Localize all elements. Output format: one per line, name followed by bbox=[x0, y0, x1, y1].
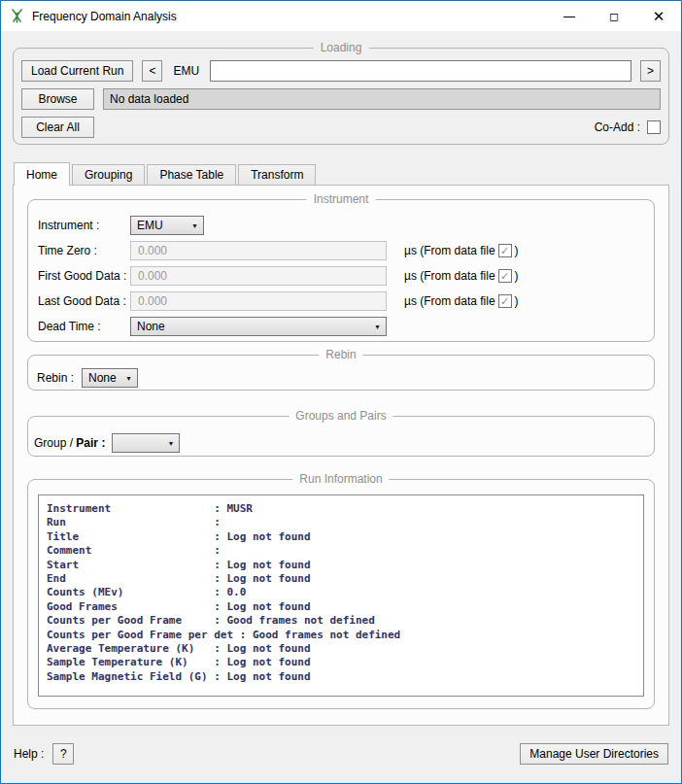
tab-transform[interactable]: Transform bbox=[238, 164, 316, 185]
run-information-groupbox: Run Information Instrument : MUSR Run : … bbox=[27, 479, 655, 709]
footer: Help : ? Manage User Directories bbox=[14, 743, 668, 765]
run-information-text: Instrument : MUSR Run : Title : Log not … bbox=[39, 495, 643, 684]
tab-bar: Home Grouping Phase Table Transform bbox=[14, 162, 681, 185]
rebin-select[interactable]: None ▼ bbox=[82, 368, 138, 388]
run-information-panel: Instrument : MUSR Run : Title : Log not … bbox=[38, 494, 644, 697]
unit-label: µs (From data file bbox=[404, 269, 495, 283]
last-good-data-row: Last Good Data : 0.000 µs (From data fil… bbox=[38, 291, 644, 311]
minimize-button[interactable]: — bbox=[547, 1, 592, 31]
browse-row: Browse No data loaded bbox=[21, 88, 661, 110]
load-status-field: No data loaded bbox=[103, 88, 661, 110]
rebin-label: Rebin : bbox=[37, 371, 74, 385]
dead-time-select-value: None bbox=[137, 320, 165, 333]
instrument-groupbox: Instrument Instrument : EMU ▼ Time Zero … bbox=[27, 199, 655, 342]
last-good-from-file-checkbox[interactable]: ✓ bbox=[498, 294, 512, 308]
time-zero-row: Time Zero : 0.000 µs (From data file ✓ ) bbox=[38, 241, 644, 260]
last-good-data-label: Last Good Data : bbox=[38, 294, 130, 308]
instrument-prefix-label: EMU bbox=[173, 64, 199, 78]
manage-user-directories-button[interactable]: Manage User Directories bbox=[520, 743, 668, 765]
group-pair-select[interactable]: ▼ bbox=[112, 433, 180, 453]
last-good-data-unit: µs (From data file ✓ ) bbox=[404, 294, 519, 308]
rebin-select-value: None bbox=[88, 371, 117, 385]
browse-button[interactable]: Browse bbox=[21, 88, 94, 110]
dead-time-select[interactable]: None ▼ bbox=[130, 317, 387, 336]
instrument-row: Instrument : EMU ▼ bbox=[38, 216, 644, 235]
instrument-select-value: EMU bbox=[137, 219, 163, 232]
group-pair-label: Group / Pair : bbox=[34, 436, 105, 450]
dropdown-arrow-icon: ▼ bbox=[374, 324, 381, 330]
groups-pairs-groupbox: Groups and Pairs Group / Pair : ▼ bbox=[27, 416, 655, 457]
home-tab-pane: Instrument Instrument : EMU ▼ Time Zero … bbox=[13, 185, 669, 726]
clear-all-button[interactable]: Clear All bbox=[21, 117, 94, 138]
unit-close: ) bbox=[515, 269, 519, 283]
mantid-logo-icon bbox=[9, 8, 25, 24]
window-title: Frequency Domain Analysis bbox=[32, 10, 177, 23]
first-good-data-label: First Good Data : bbox=[38, 269, 130, 283]
time-zero-from-file-checkbox[interactable]: ✓ bbox=[498, 244, 512, 257]
tab-phase-table[interactable]: Phase Table bbox=[147, 164, 236, 185]
loading-legend: Loading bbox=[314, 41, 369, 54]
unit-label: µs (From data file bbox=[404, 294, 495, 308]
unit-close: ) bbox=[515, 294, 519, 308]
caption-buttons: — ◻ ✕ bbox=[547, 1, 681, 31]
first-good-data-input: 0.000 bbox=[130, 266, 387, 286]
first-good-data-unit: µs (From data file ✓ ) bbox=[404, 269, 519, 283]
last-good-data-input: 0.000 bbox=[130, 291, 387, 311]
groups-pairs-legend: Groups and Pairs bbox=[289, 409, 392, 423]
coadd-checkbox[interactable] bbox=[647, 120, 661, 134]
dead-time-label: Dead Time : bbox=[38, 320, 130, 333]
title-bar: Frequency Domain Analysis — ◻ ✕ bbox=[1, 1, 681, 31]
next-run-button[interactable]: > bbox=[640, 60, 661, 82]
help-label: Help : bbox=[14, 747, 44, 761]
dead-time-row: Dead Time : None ▼ bbox=[38, 317, 644, 336]
loading-groupbox: Loading Load Current Run < EMU > Browse … bbox=[13, 48, 669, 145]
coadd-label: Co-Add : bbox=[595, 120, 640, 134]
dropdown-arrow-icon: ▼ bbox=[191, 222, 198, 229]
time-zero-label: Time Zero : bbox=[38, 244, 130, 257]
frequency-domain-analysis-window: Frequency Domain Analysis — ◻ ✕ Loading … bbox=[0, 0, 682, 784]
tab-grouping[interactable]: Grouping bbox=[72, 164, 145, 185]
load-current-run-button[interactable]: Load Current Run bbox=[21, 60, 133, 82]
time-zero-unit: µs (From data file ✓ ) bbox=[404, 244, 519, 257]
unit-close: ) bbox=[515, 244, 519, 257]
pair-label-bold: Pair : bbox=[76, 436, 105, 450]
load-run-row: Load Current Run < EMU > bbox=[21, 60, 661, 82]
instrument-label: Instrument : bbox=[38, 219, 130, 232]
unit-label: µs (From data file bbox=[404, 244, 495, 257]
previous-run-button[interactable]: < bbox=[142, 60, 162, 82]
clear-row: Clear All Co-Add : bbox=[21, 117, 661, 138]
first-good-from-file-checkbox[interactable]: ✓ bbox=[498, 269, 512, 283]
first-good-data-row: First Good Data : 0.000 µs (From data fi… bbox=[38, 266, 644, 286]
dropdown-arrow-icon: ▼ bbox=[125, 375, 132, 382]
instrument-select[interactable]: EMU ▼ bbox=[130, 216, 204, 235]
rebin-legend: Rebin bbox=[319, 348, 362, 361]
dropdown-arrow-icon: ▼ bbox=[167, 440, 174, 447]
run-information-legend: Run Information bbox=[292, 472, 389, 486]
group-label-prefix: Group / bbox=[34, 436, 76, 450]
maximize-button[interactable]: ◻ bbox=[592, 1, 636, 31]
instrument-legend: Instrument bbox=[307, 192, 376, 206]
tab-home[interactable]: Home bbox=[14, 162, 70, 186]
rebin-groupbox: Rebin Rebin : None ▼ bbox=[27, 355, 655, 391]
time-zero-input: 0.000 bbox=[130, 241, 387, 260]
close-button[interactable]: ✕ bbox=[636, 1, 681, 31]
help-button[interactable]: ? bbox=[52, 743, 74, 765]
run-number-input[interactable] bbox=[210, 60, 631, 82]
